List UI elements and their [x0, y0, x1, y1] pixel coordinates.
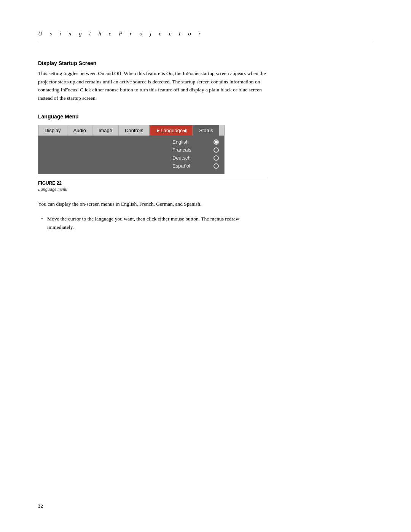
lang-option-deutsch[interactable]: Deutsch: [172, 154, 220, 162]
radio-francais: [213, 147, 219, 153]
menu-spacer: [38, 136, 167, 174]
bullet-item-1: Move the cursor to the language you want…: [38, 215, 266, 232]
lang-label-deutsch: Deutsch: [172, 155, 210, 161]
radio-deutsch: [213, 155, 219, 161]
language-body-text: You can display the on-screen menus in E…: [38, 200, 266, 208]
header-title: U s i n g t h e P r o j e c t o r: [38, 30, 204, 37]
page-header: U s i n g t h e P r o j e c t o r: [38, 30, 373, 41]
figure-number: Figure 22: [38, 181, 62, 186]
figure-label: Figure 22: [38, 181, 266, 186]
page-container: U s i n g t h e P r o j e c t o r Displa…: [0, 0, 411, 532]
tab-status[interactable]: Status: [193, 125, 219, 136]
lang-option-francais[interactable]: Francais: [172, 146, 220, 154]
tab-display[interactable]: Display: [38, 125, 67, 136]
tab-language[interactable]: ►Language◀: [150, 125, 193, 136]
display-startup-heading: Display Startup Screen: [38, 60, 373, 66]
bullet-list: Move the cursor to the language you want…: [38, 215, 266, 232]
lang-label-english: English: [172, 139, 210, 145]
radio-english: [213, 139, 219, 145]
language-menu-section: Language Menu Display Audio Image Contro…: [38, 113, 373, 232]
figure-caption: Language menu: [38, 187, 266, 192]
lang-option-english[interactable]: English: [172, 138, 220, 146]
tab-audio[interactable]: Audio: [67, 125, 92, 136]
figure-section: Figure 22 Language menu: [38, 178, 266, 192]
language-menu-heading: Language Menu: [38, 113, 373, 120]
radio-espanol: [213, 163, 219, 169]
content-area: Display Startup Screen This setting togg…: [38, 60, 373, 232]
tab-image[interactable]: Image: [92, 125, 119, 136]
language-dropdown-panel: English Francais Deutsch: [167, 136, 224, 174]
display-startup-section: Display Startup Screen This setting togg…: [38, 60, 373, 102]
menu-body: English Francais Deutsch: [38, 136, 224, 174]
lang-option-espanol[interactable]: Español: [172, 162, 220, 170]
menu-tabs: Display Audio Image Controls ►Language◀ …: [38, 125, 224, 136]
display-startup-body: This setting toggles between On and Off.…: [38, 69, 266, 102]
lang-label-espanol: Español: [172, 163, 210, 169]
tab-controls[interactable]: Controls: [119, 125, 150, 136]
page-number: 32: [38, 503, 43, 509]
lang-label-francais: Francais: [172, 147, 210, 153]
projector-menu: Display Audio Image Controls ►Language◀ …: [38, 125, 225, 174]
